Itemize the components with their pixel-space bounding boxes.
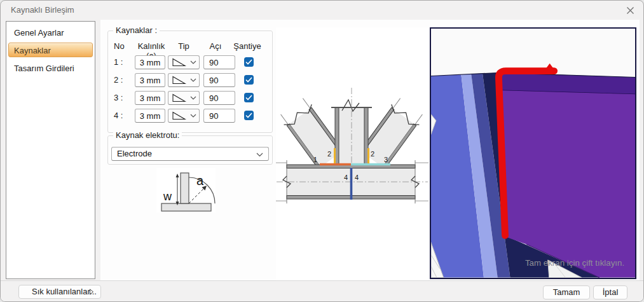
- weld-type-dropdown[interactable]: [168, 109, 200, 123]
- checkmark-icon: [245, 77, 252, 83]
- cancel-button[interactable]: İptal: [593, 285, 627, 299]
- weld-type-dropdown[interactable]: [168, 73, 200, 87]
- column-header-type: Tip: [168, 41, 200, 51]
- weld-thickness-input[interactable]: [135, 73, 165, 87]
- content-panel: Kaynaklar : No Kalınlık (a) Tip Açı Şant…: [100, 20, 640, 280]
- fillet-weld-icon: [170, 93, 187, 103]
- fillet-weld-icon: [170, 76, 187, 85]
- favorites-button-label: Sık kullanılanlar...: [32, 287, 97, 296]
- weld-label-3: 3: [384, 156, 388, 163]
- dialog-title: Kaynaklı Birleşim: [11, 1, 74, 20]
- chevron-down-icon: [190, 114, 196, 118]
- fillet-weld-icon: [170, 111, 187, 121]
- checkmark-icon: [245, 113, 252, 118]
- weld-label-1: 1: [313, 156, 317, 163]
- electrode-group-title: Kaynak elektrotu:: [113, 130, 182, 140]
- weld-site-checkbox[interactable]: [244, 93, 254, 102]
- weld-row-number: 1 :: [114, 55, 123, 69]
- footer-bar: Sık kullanılanlar... Tamam İptal: [1, 280, 643, 302]
- weld-type-dropdown[interactable]: [168, 55, 200, 69]
- electrode-select[interactable]: Electrode: [111, 147, 269, 161]
- weld-row-number: 4 :: [114, 109, 123, 123]
- favorites-button[interactable]: Sık kullanılanlar...: [18, 285, 101, 299]
- chevron-down-icon: [190, 96, 196, 100]
- column-header-no: No: [114, 41, 129, 51]
- welded-connection-dialog: Kaynaklı Birleşim Genel Ayarlar Kaynakla…: [0, 0, 644, 302]
- connection-drawing: 1 2 2 3 4 4: [276, 27, 428, 280]
- sidebar-item-kaynaklar[interactable]: Kaynaklar: [8, 43, 93, 57]
- electrode-value: Electrode: [117, 149, 152, 158]
- weld-thickness-input[interactable]: [135, 55, 165, 69]
- close-button[interactable]: [626, 6, 636, 16]
- weld-row-number: 3 :: [114, 91, 123, 105]
- weld-label-4-left: 4: [344, 174, 348, 181]
- throat-width-label: w: [163, 190, 172, 203]
- checkmark-icon: [245, 95, 252, 100]
- sidebar-item-tasarim-girdileri[interactable]: Tasarım Girdileri: [8, 60, 93, 75]
- weld-site-checkbox[interactable]: [244, 57, 254, 67]
- column-header-angle: Açı: [200, 41, 231, 51]
- electrode-groupbox: Kaynak elektrotu: Electrode: [107, 135, 273, 165]
- chevron-down-icon: [190, 78, 196, 82]
- fullscreen-hint: Tam ekran için çift tıklayın.: [525, 258, 624, 268]
- weld-angle-input[interactable]: [203, 73, 235, 87]
- weld-row: 1 :: [108, 55, 272, 69]
- submenu-arrow-icon: [89, 289, 94, 295]
- checkmark-icon: [245, 59, 252, 65]
- weld-thickness-input[interactable]: [135, 91, 165, 105]
- chevron-down-icon: [190, 60, 196, 64]
- weld-row: 3 :: [108, 91, 272, 105]
- weld-label-2-left: 2: [327, 150, 331, 158]
- weld-throat-diagram: w a: [156, 168, 216, 212]
- weld-row: 4 :: [108, 109, 272, 123]
- weld-angle-input[interactable]: [203, 55, 235, 69]
- chevron-down-icon: [256, 153, 263, 157]
- weld-site-checkbox[interactable]: [244, 75, 254, 85]
- weld-site-checkbox[interactable]: [244, 111, 254, 120]
- weld-angle-input[interactable]: [203, 91, 235, 105]
- welds-group-title: Kaynaklar :: [113, 25, 160, 35]
- weld-thickness-input[interactable]: [135, 109, 165, 123]
- weld-label-2-right: 2: [371, 150, 374, 158]
- title-bar: Kaynaklı Birleşim: [1, 1, 643, 20]
- welds-groupbox: Kaynaklar : No Kalınlık (a) Tip Açı Şant…: [107, 31, 273, 133]
- weld-row: 2 :: [108, 73, 272, 87]
- ok-button[interactable]: Tamam: [543, 285, 590, 299]
- weld-angle-input[interactable]: [203, 109, 235, 123]
- weld-row-number: 2 :: [114, 73, 123, 87]
- 3d-preview-viewport[interactable]: Tam ekran için çift tıklayın.: [430, 27, 636, 279]
- settings-nav-list: Genel Ayarlar Kaynaklar Tasarım Girdiler…: [6, 21, 95, 279]
- column-header-site: Şantiye: [232, 41, 263, 51]
- fillet-weld-icon: [170, 58, 187, 67]
- sidebar-item-genel-ayarlar[interactable]: Genel Ayarlar: [8, 25, 93, 39]
- weld-type-dropdown[interactable]: [168, 91, 200, 105]
- throat-a-label: a: [196, 174, 204, 188]
- close-icon: [626, 6, 635, 15]
- weld-label-4-right: 4: [355, 174, 359, 181]
